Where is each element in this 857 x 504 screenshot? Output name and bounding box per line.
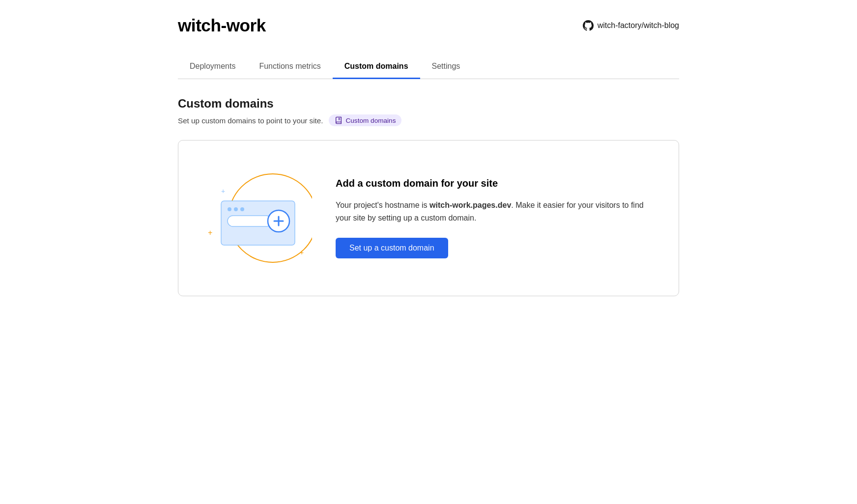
tab-settings[interactable]: Settings	[420, 55, 472, 79]
svg-text:+: +	[300, 249, 304, 256]
card-description: Your project's hostname is witch-work.pa…	[336, 199, 655, 224]
tab-custom-domains[interactable]: Custom domains	[333, 55, 420, 79]
github-link[interactable]: witch-factory/witch-blog	[583, 20, 679, 31]
tabs-bar: Deployments Functions metrics Custom dom…	[178, 55, 679, 79]
card-content: Add a custom domain for your site Your p…	[336, 178, 655, 258]
card-hostname: witch-work.pages.dev	[429, 201, 511, 209]
docs-badge-label: Custom domains	[345, 117, 396, 124]
header: witch-work witch-factory/witch-blog	[178, 16, 679, 35]
github-icon	[583, 20, 594, 31]
section-title: Custom domains	[178, 97, 679, 111]
custom-domain-card: + + + Add a custom domain for your site …	[178, 140, 679, 296]
svg-text:+: +	[208, 228, 212, 237]
github-repo-label: witch-factory/witch-blog	[598, 21, 679, 30]
svg-point-6	[240, 207, 244, 211]
domain-illustration: + + +	[194, 164, 312, 272]
card-description-part1: Your project's hostname is	[336, 201, 429, 209]
svg-rect-7	[228, 216, 272, 226]
illustration: + + +	[194, 164, 312, 272]
section-subtitle-text: Set up custom domains to point to your s…	[178, 116, 323, 125]
card-title: Add a custom domain for your site	[336, 178, 655, 189]
tab-functions-metrics[interactable]: Functions metrics	[247, 55, 332, 79]
svg-point-4	[228, 207, 231, 211]
setup-custom-domain-button[interactable]: Set up a custom domain	[336, 238, 448, 258]
svg-text:+: +	[221, 187, 225, 195]
tab-deployments[interactable]: Deployments	[178, 55, 247, 79]
section-subtitle: Set up custom domains to point to your s…	[178, 114, 679, 126]
app-title: witch-work	[178, 16, 266, 35]
svg-point-5	[234, 207, 238, 211]
book-icon	[335, 116, 343, 124]
docs-badge[interactable]: Custom domains	[329, 114, 401, 126]
